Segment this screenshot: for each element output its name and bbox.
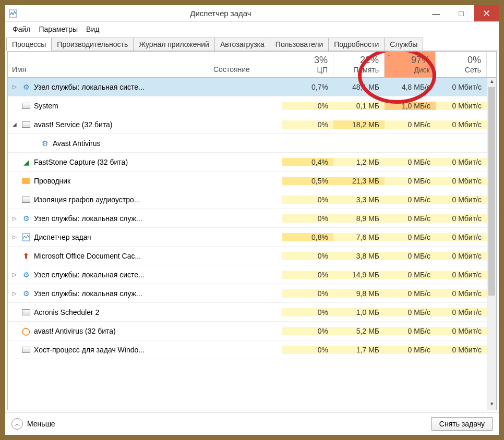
process-name: avast! Antivirus (32 бита) (34, 327, 116, 335)
process-name: Диспетчер задач (34, 233, 91, 241)
table-row[interactable]: ▷⚙Узел службы: локальная служ...0%8,9 МБ… (8, 209, 496, 228)
table-row[interactable]: ⬆Microsoft Office Document Cac...0%3,8 М… (8, 247, 496, 265)
chevron-up-icon: ︿ (11, 418, 23, 430)
header-state[interactable]: Состояние (209, 52, 282, 77)
disk-cell: 0 МБ/с (385, 308, 436, 316)
network-cell: 0 Мбит/с (436, 214, 487, 223)
disk-cell: 0 МБ/с (385, 252, 436, 260)
task-manager-icon (8, 9, 18, 18)
table-row[interactable]: Acronis Scheduler 20%1,0 МБ0 МБ/с0 Мбит/… (8, 303, 496, 322)
window-title: Диспетчер задач (18, 9, 424, 18)
cpu-cell: 0% (282, 346, 333, 354)
scroll-down-button[interactable]: ▾ (487, 400, 496, 410)
scrollbar[interactable]: ▴ ▾ (487, 78, 496, 410)
network-cell: 0 Мбит/с (436, 120, 487, 129)
tab-processes[interactable]: Процессы (6, 38, 52, 51)
disk-cell: 0 МБ/с (385, 177, 436, 185)
maximize-button[interactable]: □ (449, 5, 474, 21)
process-name: System (34, 102, 58, 110)
expand-arrow[interactable]: ▷ (11, 272, 18, 277)
table-row[interactable]: ▷⚙Узел службы: локальная служ...0%9,8 МБ… (8, 284, 496, 303)
table-row[interactable]: System0%0,1 МБ1,0 МБ/с0 Мбит/с (8, 96, 496, 115)
memory-cell: 0,1 МБ (333, 102, 385, 110)
fewer-details[interactable]: ︿ Меньше (11, 418, 55, 430)
app-icon (21, 120, 31, 129)
table-row[interactable]: Изоляция графов аудиоустро...0%3,3 МБ0 М… (8, 190, 496, 209)
process-name: FastStone Capture (32 бита) (34, 158, 128, 166)
memory-cell: 14,9 МБ (333, 271, 385, 279)
memory-cell: 8,9 МБ (333, 214, 385, 223)
tab-performance[interactable]: Производительность (51, 38, 134, 51)
expand-arrow[interactable]: ▷ (11, 84, 18, 90)
minimize-button[interactable]: — (424, 5, 449, 21)
tab-history[interactable]: Журнал приложений (133, 38, 215, 51)
memory-cell: 1,0 МБ (333, 308, 385, 316)
process-name: Avast Antivirus (53, 139, 101, 148)
table-row[interactable]: ▷Диспетчер задач0,8%7,6 МБ0 МБ/с0 Мбит/с (8, 228, 496, 247)
network-cell: 0 Мбит/с (436, 233, 487, 241)
cpu-cell: 0,7% (282, 83, 333, 91)
cpu-cell: 0% (282, 289, 333, 298)
header-network[interactable]: 0%Сеть (436, 52, 487, 77)
disk-cell: 0 МБ/с (385, 214, 436, 223)
gear-icon: ⚙ (21, 270, 31, 279)
table-row[interactable]: ▷⚙Узел службы: локальная систе...0,7%48,… (8, 78, 496, 96)
menu-options[interactable]: Параметры (35, 24, 81, 34)
network-cell: 0 Мбит/с (436, 83, 487, 91)
app-icon (21, 195, 31, 204)
process-name: avast! Service (32 бита) (34, 120, 112, 129)
header-memory[interactable]: 22%Память (333, 52, 385, 77)
cpu-cell: 0% (282, 214, 333, 223)
network-cell: 0 Мбит/с (436, 195, 487, 204)
table-row[interactable]: ◢avast! Service (32 бита)0%18,2 МБ0 МБ/с… (8, 115, 496, 134)
expand-arrow[interactable]: ▷ (11, 290, 18, 296)
network-cell: 0 Мбит/с (436, 102, 487, 110)
expand-arrow[interactable]: ▷ (11, 234, 18, 240)
tabs: Процессы Производительность Журнал прило… (5, 36, 499, 51)
process-name: Хост-процесс для задач Windo... (34, 346, 145, 354)
table-row[interactable]: Хост-процесс для задач Windo...0%1,7 МБ0… (8, 340, 496, 359)
network-cell: 0 Мбит/с (436, 308, 487, 316)
cpu-cell: 0% (282, 271, 333, 279)
table-row[interactable]: ◢FastStone Capture (32 бита)0,4%1,2 МБ0 … (8, 153, 496, 172)
memory-cell: 3,8 МБ (333, 252, 385, 260)
disk-cell: 0 МБ/с (385, 158, 436, 166)
network-cell: 0 Мбит/с (436, 252, 487, 260)
expand-arrow[interactable]: ▷ (11, 215, 18, 221)
tab-services[interactable]: Службы (384, 38, 423, 51)
memory-cell: 48,1 МБ (333, 83, 385, 91)
titlebar[interactable]: Диспетчер задач — □ ✕ (5, 5, 499, 22)
close-button[interactable]: ✕ (474, 5, 499, 21)
office-icon: ⬆ (21, 251, 31, 261)
expand-arrow[interactable]: ◢ (11, 121, 18, 127)
memory-cell: 1,7 МБ (333, 346, 385, 354)
tab-startup[interactable]: Автозагрузка (214, 38, 270, 51)
window-buttons: — □ ✕ (424, 5, 499, 21)
header-name[interactable]: Имя (8, 52, 209, 77)
disk-cell: 4,8 МБ/с (385, 83, 436, 91)
header-cpu[interactable]: 3%ЦП (282, 52, 333, 77)
menu-file[interactable]: Файл (9, 24, 33, 34)
table-row[interactable]: ▷⚙Узел службы: локальная систе...0%14,9 … (8, 265, 496, 284)
table-row[interactable]: ◯avast! Antivirus (32 бита)0%5,2 МБ0 МБ/… (8, 322, 496, 340)
memory-cell: 21,3 МБ (333, 177, 385, 185)
table-row[interactable]: Проводник0,5%21,3 МБ0 МБ/с0 Мбит/с (8, 172, 496, 190)
table-row[interactable]: ⚙Avast Antivirus (8, 134, 496, 153)
cpu-cell: 0% (282, 252, 333, 260)
scroll-up-button[interactable]: ▴ (487, 78, 496, 87)
tab-details[interactable]: Подробности (328, 38, 385, 51)
disk-cell: 0 МБ/с (385, 289, 436, 298)
network-cell: 0 Мбит/с (436, 177, 487, 185)
app-icon (21, 101, 31, 111)
tab-users[interactable]: Пользователи (270, 38, 329, 51)
cpu-cell: 0% (282, 327, 333, 335)
process-list-body: ▷⚙Узел службы: локальная систе...0,7%48,… (8, 78, 496, 410)
header-disk[interactable]: ▾97%Диск (385, 52, 436, 77)
scroll-thumb[interactable] (488, 87, 495, 296)
gear-icon: ⚙ (21, 214, 31, 223)
cpu-cell: 0% (282, 195, 333, 204)
end-task-button[interactable]: Снять задачу (431, 417, 493, 431)
menu-view[interactable]: Вид (83, 24, 102, 34)
cpu-cell: 0% (282, 120, 333, 129)
disk-cell: 0 МБ/с (385, 233, 436, 241)
